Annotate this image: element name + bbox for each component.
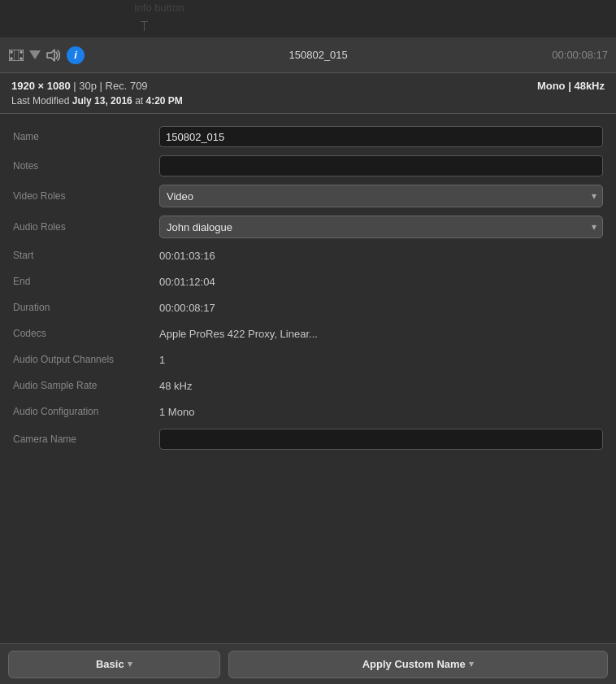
start-row: Start 00:01:03:16 (0, 242, 616, 268)
svg-rect-1 (11, 50, 13, 53)
audio-sample-rate-value: 48 kHz (159, 380, 603, 392)
basic-label: Basic (96, 658, 124, 670)
duration-value: 00:00:08:17 (159, 302, 603, 314)
end-label: End (13, 276, 159, 287)
svg-rect-6 (18, 50, 19, 61)
info-button[interactable]: i (67, 46, 85, 64)
tooltip-arrow-tip (141, 21, 148, 22)
audio-sample-rate-row: Audio Sample Rate 48 kHz (0, 372, 616, 399)
name-row: Name (0, 122, 616, 151)
toolbar: i 150802_015 00:00:08:17 (0, 37, 616, 73)
resolution: 1920 × 1080 (11, 80, 71, 92)
svg-rect-3 (20, 50, 23, 53)
codecs-value: Apple ProRes 422 Proxy, Linear... (159, 328, 603, 340)
codecs-label: Codecs (13, 328, 159, 339)
info-panel: 1920 × 1080 | 30p | Rec. 709 Mono | 48kH… (0, 73, 616, 114)
camera-name-label: Camera Name (13, 433, 159, 445)
audio-sample-rate-label: Audio Sample Rate (13, 380, 159, 391)
apply-chevron-icon: ▾ (469, 659, 474, 669)
start-label: Start (13, 250, 159, 261)
info-row1: 1920 × 1080 | 30p | Rec. 709 Mono | 48kH… (11, 80, 605, 92)
flag-icon (29, 50, 41, 61)
audio-roles-select[interactable]: John dialogue Dialogue Music Effects (159, 216, 603, 238)
end-value: 00:01:12:04 (159, 276, 603, 288)
tooltip-text: Info button (134, 2, 184, 14)
camera-name-row: Camera Name (0, 425, 616, 454)
resolution-info: 1920 × 1080 | 30p | Rec. 709 (11, 80, 148, 92)
modified-date: July 13, 2016 (72, 95, 132, 107)
notes-input[interactable] (159, 155, 603, 176)
film-icon (8, 47, 24, 63)
notes-label: Notes (13, 160, 159, 172)
basic-button[interactable]: Basic ▾ (8, 651, 220, 678)
audio-config-row: Audio Configuration 1 Mono (0, 399, 616, 425)
end-row: End 00:01:12:04 (0, 268, 616, 294)
bottom-bar: Basic ▾ Apply Custom Name ▾ (0, 643, 616, 684)
modified-at: at (135, 95, 145, 107)
audio-roles-label: Audio Roles (13, 221, 159, 233)
form-area: Name Notes Video Roles Video Titles B-Ro… (0, 114, 616, 643)
svg-marker-7 (47, 50, 54, 61)
svg-rect-4 (20, 57, 23, 59)
audio-output-label: Audio Output Channels (13, 354, 159, 365)
toolbar-title: 150802_015 (91, 49, 545, 61)
toolbar-icons: i (8, 46, 85, 64)
name-label: Name (13, 131, 159, 142)
speaker-icon (46, 47, 62, 63)
toolbar-time: 00:00:08:17 (552, 49, 608, 61)
name-input[interactable] (159, 126, 603, 147)
audio-output-row: Audio Output Channels 1 (0, 346, 616, 372)
video-roles-row: Video Roles Video Titles B-Roll (0, 181, 616, 211)
svg-rect-5 (14, 50, 15, 61)
svg-rect-2 (11, 57, 13, 59)
audio-config-label: Audio Configuration (13, 406, 159, 417)
audio-config-value: 1 Mono (159, 406, 603, 418)
tech-info: | 30p | Rec. 709 (73, 80, 147, 92)
video-roles-label: Video Roles (13, 190, 159, 202)
notes-row: Notes (0, 151, 616, 181)
audio-roles-select-wrapper: John dialogue Dialogue Music Effects (159, 216, 603, 238)
audio-output-value: 1 (159, 354, 603, 366)
duration-label: Duration (13, 302, 159, 313)
modified-time: 4:20 PM (145, 95, 182, 107)
camera-name-input[interactable] (159, 429, 603, 450)
audio-roles-row: Audio Roles John dialogue Dialogue Music… (0, 211, 616, 242)
video-roles-select-wrapper: Video Titles B-Roll (159, 185, 603, 207)
modified-label: Last Modified (11, 95, 69, 107)
tooltip-arrow-line (144, 21, 145, 31)
video-roles-select[interactable]: Video Titles B-Roll (159, 185, 603, 207)
codecs-row: Codecs Apple ProRes 422 Proxy, Linear... (0, 320, 616, 346)
apply-label: Apply Custom Name (362, 658, 466, 670)
start-value: 00:01:03:16 (159, 250, 603, 262)
tooltip-area: Info button (0, 0, 616, 37)
audio-info: Mono | 48kHz (537, 80, 605, 92)
duration-row: Duration 00:00:08:17 (0, 294, 616, 320)
info-row2: Last Modified July 13, 2016 at 4:20 PM (11, 95, 605, 107)
basic-chevron-icon: ▾ (128, 659, 132, 669)
apply-custom-name-button[interactable]: Apply Custom Name ▾ (228, 651, 608, 678)
